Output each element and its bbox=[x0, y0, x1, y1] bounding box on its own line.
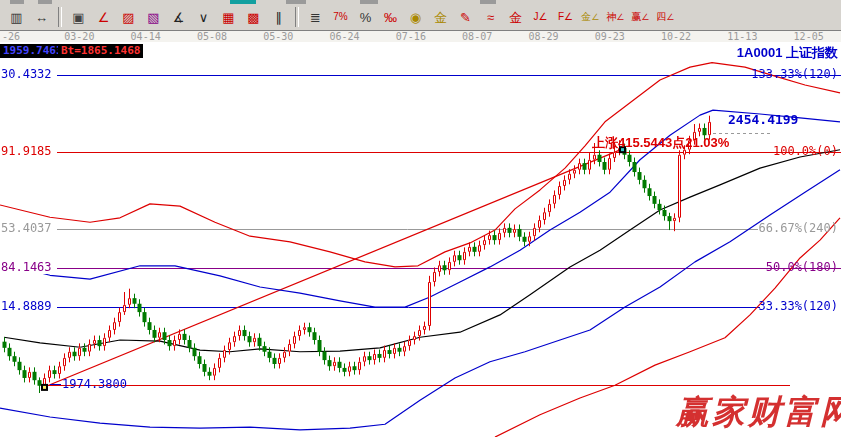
fib-level-percent-right: 66.67%(240) bbox=[758, 222, 839, 235]
low-value-label: 1974.3800 bbox=[62, 377, 127, 391]
chart-canvas[interactable] bbox=[0, 0, 841, 437]
low-label-connector bbox=[50, 384, 61, 385]
chart-area: 1959.7463 Bt=1865.1468 1A0001 上证指数 上涨415… bbox=[0, 0, 841, 437]
fib-level-percent-right: 133.33%(120) bbox=[750, 68, 839, 81]
peak-value-label: 2454.4199 bbox=[728, 112, 798, 127]
fib-level-value-left: 53.4037 bbox=[0, 222, 53, 235]
fib-level-value-left: 84.1463 bbox=[0, 261, 53, 274]
fib-level-percent-right: 100.0%(0) bbox=[772, 145, 839, 158]
symbol-title: 1A0001 上证指数 bbox=[737, 44, 838, 62]
trading-app-window: ▥↔▣∠▨▧∡∨▦▩∥≣7%%‰◉金✎≈金J∠F∠金∠神∠赢∠四∠ -2603-… bbox=[0, 0, 841, 437]
fib-level-value-left: 14.8889 bbox=[0, 300, 53, 313]
watermark: 赢家财富网 bbox=[676, 390, 838, 435]
price-info-badge: 1959.7463 bbox=[0, 44, 66, 58]
fib-level-value-left: 30.4332 bbox=[0, 68, 53, 81]
fib-level-percent-right: 33.33%(120) bbox=[758, 300, 839, 313]
rise-annotation: 上涨415.5443点21.03% bbox=[592, 134, 729, 152]
fib-level-percent-right: 50.0%(180) bbox=[765, 261, 839, 274]
bt-value-badge: Bt=1865.1468 bbox=[58, 44, 143, 58]
fib-level-value-left: 91.9185 bbox=[0, 145, 53, 158]
